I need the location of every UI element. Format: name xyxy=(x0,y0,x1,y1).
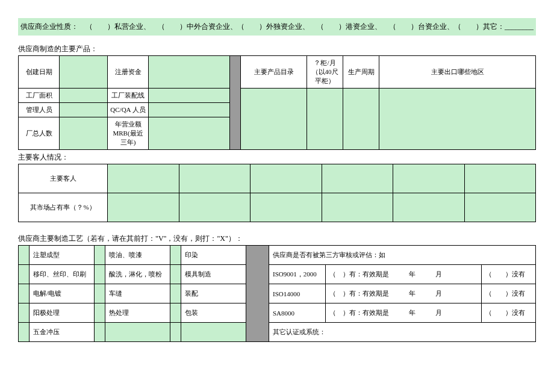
cert-none[interactable]: （ ）没有 xyxy=(481,303,535,323)
divider-col xyxy=(246,246,269,342)
cert-name: SA8000 xyxy=(269,303,326,323)
table-row: 注塑成型 喷油、喷漆 印染 供应商是否有被第三方审核或评估：如 xyxy=(19,246,536,265)
fill-cell[interactable] xyxy=(179,193,251,222)
check-cell[interactable] xyxy=(95,284,105,303)
check-cell[interactable] xyxy=(170,323,181,342)
fill-cell[interactable] xyxy=(149,56,230,89)
cell-export-region: 主要出口哪些地区 xyxy=(379,56,536,89)
cell-factory-area: 工厂面积 xyxy=(19,89,60,103)
cert-name: ISO9001，2000 xyxy=(269,265,326,284)
other-cert[interactable]: 其它认证或系统： xyxy=(269,323,536,342)
table-row: 工厂面积 工厂装配线 xyxy=(19,89,536,103)
cell-qcqa-staff: QC/QA 人员 xyxy=(108,103,149,117)
audit-header: 供应商是否有被第三方审核或评估：如 xyxy=(269,246,536,265)
table-row: 其市场占有率（？%） xyxy=(19,193,536,222)
process-label: 印染 xyxy=(181,246,246,265)
process-label: 装配 xyxy=(181,284,246,303)
process-table: 注塑成型 喷油、喷漆 印染 供应商是否有被第三方审核或评估：如 移印、丝印、印刷… xyxy=(18,245,536,342)
main-products-table: 创建日期 注册资金 主要产品目录 ？柜/月（以40尺平柜） 生产周期 主要出口哪… xyxy=(18,55,536,150)
table-row: 移印、丝印、印刷 酸洗，淋化，喷粉 模具制造 ISO9001，2000 （ ）有… xyxy=(19,265,536,284)
cert-valid[interactable]: （ ）有：有效期是 年 月 xyxy=(326,303,482,323)
fill-cell[interactable] xyxy=(149,117,230,150)
check-cell[interactable] xyxy=(19,323,30,342)
fill-cell[interactable] xyxy=(307,89,343,150)
check-cell[interactable] xyxy=(95,265,105,284)
fill-cell[interactable] xyxy=(322,164,393,193)
table-row: 五金冲压 其它认证或系统： xyxy=(19,323,536,342)
fill-cell[interactable] xyxy=(251,164,322,193)
check-cell[interactable] xyxy=(19,303,30,323)
fill-cell[interactable] xyxy=(60,103,108,117)
check-cell[interactable] xyxy=(95,246,105,265)
cell-annual-revenue: 年营业额MRB(最近三年) xyxy=(108,117,149,150)
cell-total-staff: 厂总人数 xyxy=(19,117,60,150)
fill-cell[interactable] xyxy=(60,117,108,150)
cell-main-customers: 主要客人 xyxy=(19,164,108,193)
check-cell[interactable] xyxy=(95,303,105,323)
fill-cell[interactable] xyxy=(149,89,230,103)
cell-market-share: 其市场占有率（？%） xyxy=(19,193,108,222)
table-row: 主要客人 xyxy=(19,164,536,193)
check-cell[interactable] xyxy=(170,246,181,265)
check-cell[interactable] xyxy=(19,284,30,303)
check-cell[interactable] xyxy=(95,323,105,342)
process-label: 模具制造 xyxy=(181,265,246,284)
check-cell[interactable] xyxy=(170,284,181,303)
fill-cell[interactable] xyxy=(241,89,307,150)
cert-name: ISO14000 xyxy=(269,284,326,303)
cert-none[interactable]: （ ）没有 xyxy=(481,284,535,303)
fill-cell[interactable] xyxy=(179,164,251,193)
process-label: 移印、丝印、印刷 xyxy=(30,265,95,284)
process-label: 热处理 xyxy=(105,303,170,323)
cell-created-date: 创建日期 xyxy=(19,56,60,89)
fill-cell[interactable] xyxy=(322,193,393,222)
cell-main-catalog: 主要产品目录 xyxy=(241,56,307,89)
check-cell[interactable] xyxy=(170,265,181,284)
fill-cell[interactable] xyxy=(60,56,108,89)
cell-mgmt-staff: 管理人员 xyxy=(19,103,60,117)
process-label: 喷油、喷漆 xyxy=(105,246,170,265)
process-label: 阳极处理 xyxy=(30,303,95,323)
section1-title: 供应商制造的主要产品： xyxy=(18,44,536,54)
cell-reg-capital: 注册资金 xyxy=(108,56,149,89)
cert-valid[interactable]: （ ）有：有效期是 年 月 xyxy=(326,284,482,303)
section2-title: 主要客人情况： xyxy=(18,152,536,163)
customers-table: 主要客人 其市场占有率（？%） xyxy=(18,164,536,222)
fill-cell[interactable] xyxy=(464,193,536,222)
section3-title: 供应商主要制造工艺（若有，请在其前打："V"，没有，则打："X"）： xyxy=(18,234,536,244)
fill-cell[interactable] xyxy=(379,89,536,150)
process-label: 包装 xyxy=(181,303,246,323)
fill-cell[interactable] xyxy=(251,193,322,222)
cell-container-month: ？柜/月（以40尺平柜） xyxy=(307,56,343,89)
cert-none[interactable]: （ ）没有 xyxy=(481,265,535,284)
fill-cell[interactable] xyxy=(464,164,536,193)
fill-cell[interactable] xyxy=(181,323,246,342)
process-label: 电解/电镀 xyxy=(30,284,95,303)
process-label: 酸洗，淋化，喷粉 xyxy=(105,265,170,284)
process-label: 车缝 xyxy=(105,284,170,303)
cell-prod-cycle: 生产周期 xyxy=(343,56,379,89)
check-cell[interactable] xyxy=(19,265,30,284)
process-label: 五金冲压 xyxy=(30,323,95,342)
fill-cell[interactable] xyxy=(105,323,170,342)
fill-cell[interactable] xyxy=(149,103,230,117)
process-label: 注塑成型 xyxy=(30,246,95,265)
check-cell[interactable] xyxy=(170,303,181,323)
fill-cell[interactable] xyxy=(393,164,465,193)
cert-valid[interactable]: （ ）有：有效期是 年 月 xyxy=(326,265,482,284)
table-row: 创建日期 注册资金 主要产品目录 ？柜/月（以40尺平柜） 生产周期 主要出口哪… xyxy=(19,56,536,89)
enterprise-nature-banner: 供应商企业性质： （ ）私营企业、 （ ）中外合资企业、（ ）外独资企业、 （ … xyxy=(18,18,536,36)
fill-cell[interactable] xyxy=(343,89,379,150)
fill-cell[interactable] xyxy=(393,193,465,222)
cell-assembly-line: 工厂装配线 xyxy=(108,89,149,103)
table-row: 电解/电镀 车缝 装配 ISO14000 （ ）有：有效期是 年 月 （ ）没有 xyxy=(19,284,536,303)
table-row: 阳极处理 热处理 包装 SA8000 （ ）有：有效期是 年 月 （ ）没有 xyxy=(19,303,536,323)
fill-cell[interactable] xyxy=(60,89,108,103)
check-cell[interactable] xyxy=(19,246,30,265)
divider-col xyxy=(230,56,241,150)
fill-cell[interactable] xyxy=(108,193,179,222)
fill-cell[interactable] xyxy=(108,164,179,193)
